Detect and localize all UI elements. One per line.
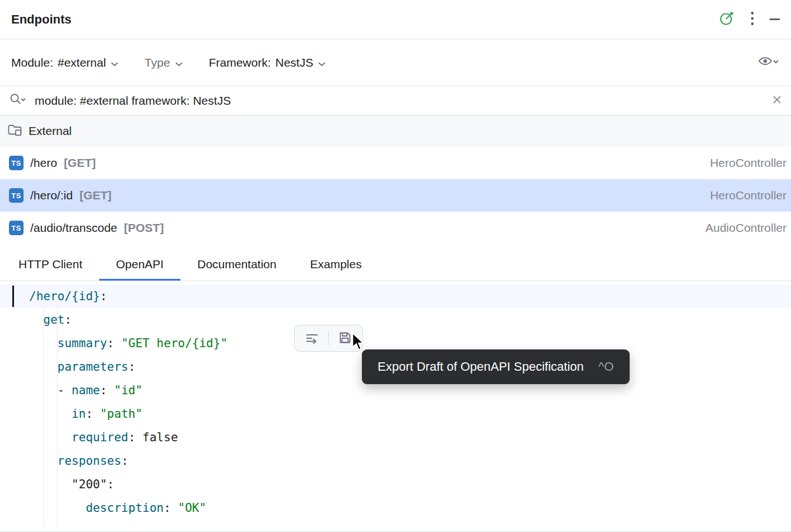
endpoint-method: [GET] xyxy=(80,189,111,202)
ts-badge: TS xyxy=(9,221,24,235)
endpoint-method: [GET] xyxy=(64,156,96,170)
endpoint-controller: HeroController xyxy=(710,189,788,202)
type-filter-dropdown[interactable]: Type xyxy=(145,56,183,69)
header-actions xyxy=(718,10,780,29)
endpoint-path: /audio/transcode xyxy=(30,221,117,235)
close-icon xyxy=(772,95,782,106)
openapi-editor[interactable]: /hero/{id}: get: summary: "GET hero/{id}… xyxy=(0,281,791,532)
endpoint-list: TS /hero [GET] HeroController TS /hero/:… xyxy=(0,147,791,244)
tooltip-text: Export Draft of OpenAPI Specification xyxy=(378,360,584,374)
code-line[interactable]: in: "path" xyxy=(0,402,791,426)
module-filter-dropdown[interactable]: Module: #external xyxy=(11,56,119,69)
code-line[interactable]: required: false xyxy=(0,426,791,449)
group-row-external[interactable]: External xyxy=(0,115,791,147)
hide-button[interactable] xyxy=(770,18,780,20)
tooltip-shortcut: ^O xyxy=(598,360,613,374)
ts-badge: TS xyxy=(9,156,24,170)
hide-icon xyxy=(770,18,780,20)
endpoints-status-button[interactable] xyxy=(718,10,735,29)
filter-bar: Module: #external Type Framework: NestJS xyxy=(0,39,791,86)
endpoint-row-hero-id-get[interactable]: TS /hero/:id [GET] HeroController xyxy=(0,179,791,212)
mouse-cursor xyxy=(352,333,369,354)
page-title: Endpoints xyxy=(11,12,72,27)
chevron-down-icon xyxy=(175,56,183,69)
endpoint-controller: HeroController xyxy=(710,156,788,170)
toolbar-divider xyxy=(328,331,329,346)
ts-badge: TS xyxy=(9,188,24,203)
endpoints-tool-window: Endpoints xyxy=(0,0,791,532)
more-options-button[interactable] xyxy=(751,11,754,27)
folder-icon xyxy=(7,123,22,139)
search-input[interactable]: module: #external framework: NestJS xyxy=(35,94,764,108)
open-in-editor-button[interactable] xyxy=(301,328,323,349)
framework-filter-dropdown[interactable]: Framework: NestJS xyxy=(209,56,327,69)
endpoints-monitor-icon xyxy=(718,10,735,29)
chevron-down-icon xyxy=(110,56,119,69)
endpoint-row-audio-transcode-post[interactable]: TS /audio/transcode [POST] AudioControll… xyxy=(0,212,791,244)
endpoint-row-hero-get[interactable]: TS /hero [GET] HeroController xyxy=(0,147,791,179)
framework-filter-value: NestJS xyxy=(276,56,314,69)
more-options-icon xyxy=(751,11,754,27)
endpoint-controller: AudioController xyxy=(705,221,788,235)
search-bar: module: #external framework: NestJS xyxy=(0,86,791,115)
tab-documentation[interactable]: Documentation xyxy=(180,250,293,281)
endpoint-path: /hero/:id xyxy=(30,189,73,202)
view-options-icon xyxy=(757,54,780,71)
group-label: External xyxy=(29,124,72,138)
save-export-icon xyxy=(338,331,352,346)
detail-tabs: HTTP Client OpenAPI Documentation Exampl… xyxy=(0,250,791,281)
code-line[interactable]: get: xyxy=(0,308,791,332)
code-area: /hero/{id}: get: summary: "GET hero/{id}… xyxy=(0,284,791,520)
tool-window-header: Endpoints xyxy=(0,0,791,39)
code-line[interactable]: /hero/{id}: xyxy=(0,284,791,308)
endpoint-path: /hero xyxy=(30,156,57,170)
text-caret xyxy=(12,286,14,307)
view-options-button[interactable] xyxy=(757,54,780,71)
tab-examples[interactable]: Examples xyxy=(293,250,378,281)
tab-http-client[interactable]: HTTP Client xyxy=(2,250,99,281)
module-filter-label: Module: xyxy=(11,56,53,69)
tooltip-export-openapi: Export Draft of OpenAPI Specification ^O xyxy=(362,349,630,384)
code-line[interactable]: responses: xyxy=(0,449,791,473)
type-filter-label: Type xyxy=(145,56,170,69)
clear-search-button[interactable] xyxy=(772,95,782,106)
module-filter-value: #external xyxy=(58,56,106,69)
open-in-editor-icon xyxy=(305,332,319,346)
framework-filter-label: Framework: xyxy=(209,56,271,69)
endpoint-method: [POST] xyxy=(124,221,164,235)
code-line[interactable]: "200": xyxy=(0,473,791,496)
chevron-down-icon xyxy=(318,56,326,69)
search-icon xyxy=(9,92,27,109)
tab-openapi[interactable]: OpenAPI xyxy=(99,250,180,281)
code-line[interactable]: description: "OK" xyxy=(0,496,791,520)
